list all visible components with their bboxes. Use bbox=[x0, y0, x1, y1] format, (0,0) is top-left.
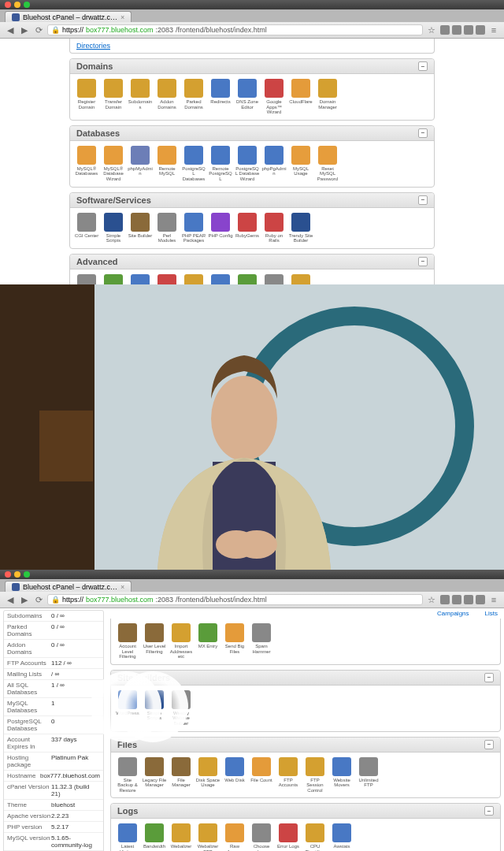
collapse-icon[interactable]: − bbox=[418, 61, 428, 71]
cpanel-icon-item[interactable]: Weebly Website Builder bbox=[168, 689, 195, 728]
cpanel-icon-item[interactable]: Apache Handlers bbox=[73, 273, 100, 284]
extension-icon[interactable] bbox=[476, 595, 485, 604]
cpanel-icon-item[interactable]: Import Addresses etc bbox=[168, 622, 195, 661]
cpanel-icon-item[interactable]: Site Backup & Restore bbox=[114, 756, 141, 795]
cpanel-icon-item[interactable]: Cron jobs bbox=[180, 273, 207, 284]
cpanel-icon-item[interactable]: Webalizer FTP bbox=[195, 822, 221, 851]
forward-button[interactable]: ▶ bbox=[19, 24, 30, 35]
cpanel-icon-item[interactable]: Server Status bbox=[234, 273, 261, 284]
cpanel-icon-item[interactable]: Parked Domains bbox=[180, 77, 207, 117]
cpanel-icon-item[interactable]: Addon Domains bbox=[154, 77, 180, 117]
zoom-window-button[interactable] bbox=[24, 571, 30, 578]
cpanel-icon-item[interactable]: Latest Visitors bbox=[114, 822, 141, 851]
cpanel-icon-item[interactable]: CloudFlare bbox=[287, 77, 314, 117]
cpanel-icon-item[interactable]: Image Manager bbox=[100, 273, 127, 284]
back-button[interactable]: ◀ bbox=[5, 594, 16, 605]
lists-link[interactable]: Lists bbox=[485, 610, 498, 617]
address-bar[interactable]: 🔒 https://box777.bluehost.com:2083/front… bbox=[47, 24, 423, 35]
close-tab-icon[interactable]: × bbox=[120, 583, 124, 591]
cpanel-icon-item[interactable]: Trendy Site Builder bbox=[287, 211, 314, 245]
cpanel-icon-item[interactable]: CPU Throttling bbox=[302, 822, 328, 851]
minimize-window-button[interactable] bbox=[14, 2, 20, 8]
cpanel-icon-item[interactable]: File Count bbox=[248, 756, 275, 795]
cpanel-icon-item[interactable]: MySQL® Database Wizard bbox=[100, 144, 127, 184]
cpanel-icon-item[interactable]: FTP Accounts bbox=[275, 756, 302, 795]
cpanel-icon-item[interactable]: MySQL Usage bbox=[287, 144, 314, 184]
bookmark-star-icon[interactable]: ☆ bbox=[426, 24, 437, 35]
cpanel-icon-item[interactable]: Reset MySQL Password bbox=[314, 144, 341, 184]
cpanel-icon-item[interactable]: Register Domain bbox=[73, 77, 100, 117]
browser-tab[interactable]: Bluehost cPanel – drwattz.c… × bbox=[5, 581, 132, 592]
directories-link[interactable]: Directories bbox=[70, 39, 434, 53]
collapse-icon[interactable]: − bbox=[418, 128, 428, 138]
reload-button[interactable]: ⟳ bbox=[33, 24, 44, 35]
extension-icon[interactable] bbox=[440, 595, 450, 604]
bookmark-star-icon[interactable]: ☆ bbox=[426, 594, 437, 605]
cpanel-icon-item[interactable]: Domain Manager bbox=[314, 77, 341, 117]
cpanel-icon-item[interactable]: Remote MySQL bbox=[154, 144, 180, 184]
cpanel-icon-item[interactable]: FTP Session Control bbox=[302, 756, 328, 795]
cpanel-icon-item[interactable]: PHP Config bbox=[207, 211, 234, 245]
cpanel-icon-item[interactable]: phpPgAdmin bbox=[261, 144, 287, 184]
close-window-button[interactable] bbox=[5, 571, 11, 578]
cpanel-icon-item[interactable]: Index Manager bbox=[127, 273, 154, 284]
cpanel-icon-item[interactable]: Send Big Files bbox=[221, 622, 248, 661]
cpanel-icon-item[interactable]: Error pages bbox=[154, 273, 180, 284]
collapse-icon[interactable]: − bbox=[418, 195, 428, 205]
cpanel-icon-item[interactable]: MySQL® Databases bbox=[73, 144, 100, 184]
cpanel-icon-item[interactable]: Bandwidth bbox=[141, 822, 168, 851]
cpanel-icon-item[interactable]: RubyGems bbox=[234, 211, 261, 245]
extension-icon[interactable] bbox=[464, 25, 473, 35]
extension-icon[interactable] bbox=[440, 25, 450, 35]
cpanel-icon-item[interactable]: Website Movers bbox=[328, 756, 355, 795]
collapse-icon[interactable]: − bbox=[484, 806, 494, 816]
cpanel-icon-item[interactable]: Transfer Domain bbox=[100, 77, 127, 117]
cpanel-icon-item[interactable]: Web Disk bbox=[221, 756, 248, 795]
campaigns-link[interactable]: Campaigns bbox=[437, 610, 469, 617]
cpanel-icon-item[interactable]: Redirects bbox=[207, 77, 234, 117]
cpanel-icon-item[interactable]: Awstats bbox=[328, 822, 355, 851]
cpanel-icon-item[interactable]: Google Apps™ Wizard bbox=[261, 77, 287, 117]
cpanel-icon-item[interactable]: Subdomains bbox=[127, 77, 154, 117]
menu-icon[interactable]: ≡ bbox=[488, 594, 499, 605]
cpanel-icon-item[interactable]: Unlimited FTP bbox=[355, 756, 382, 795]
cpanel-icon-item[interactable]: PostgreSQL Database Wizard bbox=[234, 144, 261, 184]
zoom-window-button[interactable] bbox=[24, 2, 30, 8]
forward-button[interactable]: ▶ bbox=[19, 594, 30, 605]
cpanel-icon-item[interactable]: phpMyAdmin bbox=[127, 144, 154, 184]
extension-icon[interactable] bbox=[452, 25, 461, 35]
cpanel-icon-item[interactable]: Disk Space Usage bbox=[195, 756, 221, 795]
cpanel-icon-item[interactable]: DNS Zone Editor bbox=[234, 77, 261, 117]
cpanel-icon-item[interactable]: User Level Filtering bbox=[141, 622, 168, 661]
extension-icon[interactable] bbox=[464, 595, 473, 604]
cpanel-icon-item[interactable]: FrontPage® Extensions bbox=[207, 273, 234, 284]
cpanel-icon-item[interactable]: Raw Access Logs bbox=[221, 822, 248, 851]
collapse-icon[interactable]: − bbox=[418, 257, 428, 266]
cpanel-icon-item[interactable]: Legacy File Manager bbox=[141, 756, 168, 795]
cpanel-icon-item[interactable]: WordPress bbox=[114, 689, 141, 728]
close-window-button[interactable] bbox=[5, 2, 11, 8]
extension-icon[interactable] bbox=[452, 595, 461, 604]
cpanel-icon-item[interactable]: Perl Modules bbox=[154, 211, 180, 245]
close-tab-icon[interactable]: × bbox=[120, 13, 124, 21]
cpanel-icon-item[interactable]: Site Builder bbox=[127, 211, 154, 245]
cpanel-icon-item[interactable]: Ruby on Rails bbox=[261, 211, 287, 245]
minimize-window-button[interactable] bbox=[14, 571, 20, 578]
cpanel-icon-item[interactable]: Simple Scripts bbox=[141, 689, 168, 728]
reload-button[interactable]: ⟳ bbox=[33, 594, 44, 605]
collapse-icon[interactable]: − bbox=[484, 740, 494, 749]
cpanel-icon-item[interactable]: 404 Settings bbox=[287, 273, 314, 284]
cpanel-icon-item[interactable]: PostgreSQL Databases bbox=[180, 144, 207, 184]
cpanel-icon-item[interactable]: Remote PostgreSQL bbox=[207, 144, 234, 184]
back-button[interactable]: ◀ bbox=[5, 24, 16, 35]
cpanel-icon-item[interactable]: Simple Scripts bbox=[100, 211, 127, 245]
browser-tab[interactable]: Bluehost cPanel – drwattz.c… × bbox=[5, 11, 132, 22]
cpanel-icon-item[interactable]: File Manager bbox=[168, 756, 195, 795]
cpanel-icon-item[interactable]: Account Level Filtering bbox=[114, 622, 141, 661]
cpanel-icon-item[interactable]: Error Logs bbox=[275, 822, 302, 851]
extension-icon[interactable] bbox=[476, 25, 485, 35]
address-bar[interactable]: 🔒 https://box777.bluehost.com:2083/front… bbox=[47, 594, 423, 605]
cpanel-icon-item[interactable]: Spam Hammer bbox=[248, 622, 275, 661]
cpanel-icon-item[interactable]: CGI Center bbox=[73, 211, 100, 245]
menu-icon[interactable]: ≡ bbox=[488, 24, 499, 35]
